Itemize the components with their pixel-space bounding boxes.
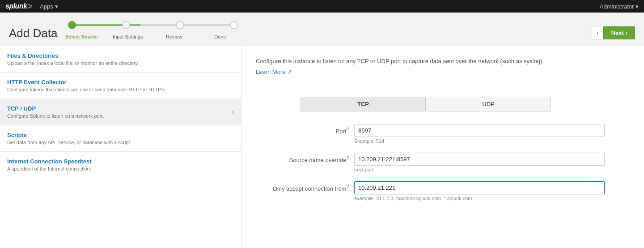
source-name-input[interactable]	[354, 153, 605, 166]
learn-more-link[interactable]: Learn More ↗	[256, 68, 292, 75]
sidebar-item-http-title: HTTP Event Collector	[7, 79, 166, 86]
apps-label: Apps	[40, 3, 53, 10]
wizard-steps: Select Source Input Settings Review Done	[68, 17, 580, 46]
right-panel: Configure this instance to listen on any…	[242, 46, 644, 248]
source-name-field-wrap: host:port	[354, 153, 605, 172]
port-hint: Example: 514	[354, 138, 605, 144]
sidebar-item-http[interactable]: HTTP Event Collector Configure tokens th…	[0, 73, 241, 99]
connection-hint: example: 10.1.2.3, !badhost.splunk.com, …	[354, 196, 605, 201]
sidebar-item-files[interactable]: Files & Directories Upload a file, index…	[0, 46, 241, 73]
source-name-help-icon[interactable]: ?	[346, 156, 349, 161]
connection-label: Only accept connection from?	[256, 181, 354, 192]
source-name-hint: host:port	[354, 167, 605, 172]
sidebar-item-files-desc: Upload a file, index a local file, or mo…	[7, 60, 139, 66]
sidebar-item-http-content: HTTP Event Collector Configure tokens th…	[7, 79, 166, 92]
sidebar-item-tcp-udp[interactable]: TCP / UDP Configure Splunk to listen on …	[0, 99, 241, 125]
sidebar-item-tcp-desc: Configure Splunk to listen on a network …	[7, 113, 104, 119]
panel-description: Configure this instance to listen on any…	[256, 57, 623, 66]
connection-help-icon[interactable]: ?	[346, 184, 349, 189]
sidebar-item-scripts-title: Scripts	[7, 132, 131, 138]
port-label: Port?	[256, 124, 354, 135]
sidebar-item-files-title: Files & Directories	[7, 52, 139, 59]
connection-field-wrap: example: 10.1.2.3, !badhost.splunk.com, …	[354, 181, 605, 201]
next-button[interactable]: Next ›	[603, 26, 635, 39]
wizard-label-input: Input Settings	[110, 34, 146, 39]
apps-chevron-icon: ▾	[55, 3, 58, 10]
wizard-labels: Select Source Input Settings Review Done	[68, 34, 238, 39]
tab-udp[interactable]: UDP	[426, 97, 551, 111]
port-input[interactable]	[354, 124, 605, 137]
form-group-source-name: Source name override? host:port	[256, 153, 630, 172]
sidebar-item-speedtest-content: Internet Connection Speedtest A speedtes…	[7, 158, 92, 171]
protocol-tab-group: TCP UDP	[301, 97, 551, 111]
tab-tcp[interactable]: TCP	[301, 97, 426, 111]
page-header: Add Data Select Source Input Settings Re…	[0, 13, 644, 46]
back-button[interactable]: ‹	[592, 26, 604, 39]
sidebar-item-scripts-content: Scripts Get data from any API, service, …	[7, 132, 131, 145]
learn-more-icon: ↗	[287, 68, 292, 75]
sidebar-item-http-desc: Configure tokens that clients can use to…	[7, 87, 166, 92]
apps-menu[interactable]: Apps ▾	[40, 3, 58, 10]
page-title: Add Data	[9, 26, 57, 46]
wizard-node-4	[230, 21, 238, 29]
sidebar-item-files-content: Files & Directories Upload a file, index…	[7, 52, 139, 66]
sidebar-item-speedtest-title: Internet Connection Speedtest	[7, 158, 92, 165]
learn-more-label: Learn More	[256, 68, 285, 75]
sidebar-item-speedtest[interactable]: Internet Connection Speedtest A speedtes…	[0, 152, 241, 178]
sidebar-item-tcp-title: TCP / UDP	[7, 105, 104, 112]
wizard-track-wrapper: Select Source Input Settings Review Done	[68, 17, 238, 39]
sidebar-item-tcp-content: TCP / UDP Configure Splunk to listen on …	[7, 105, 104, 119]
next-label: Next	[611, 30, 623, 36]
wizard-label-review: Review	[156, 34, 192, 39]
port-field-wrap: Example: 514	[354, 124, 605, 144]
form-group-connection: Only accept connection from? example: 10…	[256, 181, 630, 201]
port-label-text: Port	[336, 128, 347, 135]
wizard-node-3	[176, 21, 184, 29]
connection-label-text: Only accept connection from	[273, 185, 347, 192]
sidebar-item-speedtest-desc: A speedtest of the Internet connection.	[7, 166, 92, 171]
sidebar-item-scripts-desc: Get data from any API, service, or datab…	[7, 140, 131, 145]
admin-chevron-icon: ▾	[636, 3, 639, 10]
wizard-node-1	[68, 21, 76, 29]
form-group-port: Port? Example: 514	[256, 124, 630, 144]
wizard-nodes	[68, 17, 238, 33]
wizard-node-2	[122, 21, 130, 29]
top-navigation: splunk> Apps ▾ Administrator ▾	[0, 0, 644, 13]
main-content: Files & Directories Upload a file, index…	[0, 46, 644, 248]
connection-input[interactable]	[354, 181, 605, 194]
splunk-logo: splunk>	[5, 2, 33, 11]
wizard-label-source: Select Source	[64, 34, 99, 39]
admin-label: Administrator	[600, 3, 634, 10]
nav-buttons: ‹ Next ›	[592, 26, 635, 46]
wizard-label-done: Done	[202, 34, 238, 39]
sidebar-item-scripts[interactable]: Scripts Get data from any API, service, …	[0, 125, 241, 152]
splunk-name: splunk	[5, 2, 27, 10]
source-name-label-text: Source name override	[289, 157, 347, 163]
sidebar: Files & Directories Upload a file, index…	[0, 46, 242, 248]
source-name-label: Source name override?	[256, 153, 354, 163]
admin-menu[interactable]: Administrator ▾	[600, 3, 639, 10]
wizard-track	[68, 17, 238, 33]
sidebar-chevron-icon: ›	[232, 108, 234, 116]
splunk-gt-icon: >	[28, 2, 33, 11]
next-arrow-icon: ›	[626, 30, 627, 36]
port-help-icon[interactable]: ?	[346, 127, 349, 132]
